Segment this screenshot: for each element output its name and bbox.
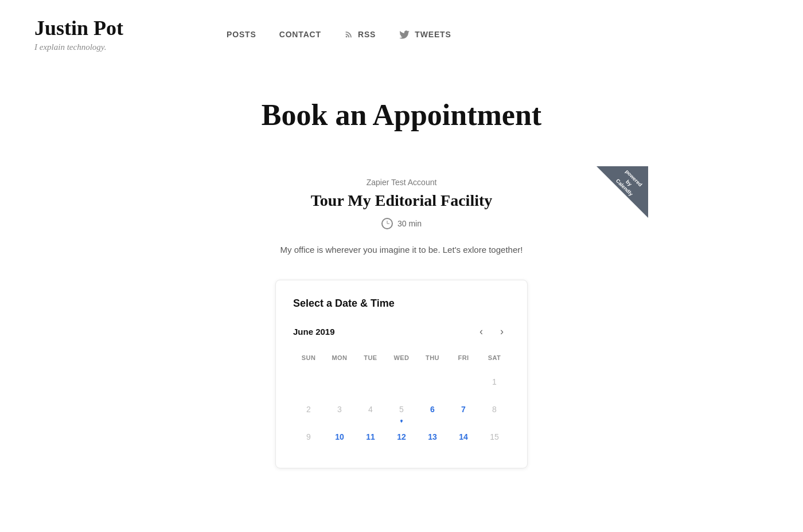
day-header-fri: FRI [448,351,479,368]
cal-day-empty [417,368,448,396]
day-header-mon: MON [324,351,355,368]
calendar-prev-button[interactable]: ‹ [473,323,489,339]
cal-day-2: 2 [293,396,324,423]
brand-tagline: I explain technology. [34,42,123,52]
cal-day-10[interactable]: 10 [324,423,355,451]
calendly-container: poweredbyCalendly Zapier Test Account To… [155,166,648,468]
day-header-sat: SAT [479,351,510,368]
event-host: Zapier Test Account [155,178,648,187]
event-description: My office is wherever you imagine it to … [258,243,545,257]
nav-posts[interactable]: POSTS [227,30,256,39]
day-header-tue: TUE [355,351,386,368]
day-header-sun: SUN [293,351,324,368]
cal-day-1: 1 [479,368,510,396]
twitter-icon [399,29,410,40]
cal-day-empty [293,368,324,396]
main-content: Book an Appointment poweredbyCalendly Za… [143,64,660,491]
nav-rss-label: RSS [358,30,376,39]
cal-day-5: 5 [386,396,417,423]
duration-text: 30 min [397,219,422,228]
nav-contact-label: CONTACT [279,30,321,39]
cal-day-13[interactable]: 13 [417,423,448,451]
calendar-week-3: 9 10 11 12 13 14 15 [293,423,510,451]
calendar-days-header: SUN MON TUE WED THU FRI SAT [293,351,510,368]
cal-day-7[interactable]: 7 [448,396,479,423]
calendar-week-1: 1 [293,368,510,396]
cal-day-empty [386,368,417,396]
rss-icon [344,30,353,39]
nav-posts-label: POSTS [227,30,256,39]
cal-day-4: 4 [355,396,386,423]
cal-day-14[interactable]: 14 [448,423,479,451]
calendar-nav-group: ‹ › [473,323,510,339]
cal-day-empty [448,368,479,396]
cal-day-empty [324,368,355,396]
cal-day-6[interactable]: 6 [417,396,448,423]
event-info: Zapier Test Account Tour My Editorial Fa… [155,166,648,274]
nav-contact[interactable]: CONTACT [279,30,321,39]
calendar-grid: SUN MON TUE WED THU FRI SAT [293,351,510,451]
day-header-thu: THU [417,351,448,368]
cal-day-12[interactable]: 12 [386,423,417,451]
brand: Justin Pot I explain technology. [34,16,123,52]
day-header-wed: WED [386,351,417,368]
clock-icon [381,218,393,229]
calendar-month: June 2019 [293,327,335,337]
event-name: Tour My Editorial Facility [155,191,648,210]
calendar-header: June 2019 ‹ › [293,323,510,339]
calendar-next-button[interactable]: › [494,323,510,339]
cal-day-11[interactable]: 11 [355,423,386,451]
cal-day-15: 15 [479,423,510,451]
main-nav: POSTS CONTACT RSS TWEETS [227,29,451,40]
cal-day-9: 9 [293,423,324,451]
page-title: Book an Appointment [155,98,648,132]
event-duration: 30 min [155,218,648,229]
cal-day-8: 8 [479,396,510,423]
calendar-title: Select a Date & Time [293,298,510,310]
cal-day-3: 3 [324,396,355,423]
nav-tweets[interactable]: TWEETS [399,29,451,40]
cal-day-empty [355,368,386,396]
calendar-widget: Select a Date & Time June 2019 ‹ › SUN M… [275,280,528,468]
nav-tweets-label: TWEETS [415,30,451,39]
brand-name: Justin Pot [34,16,123,40]
header: Justin Pot I explain technology. POSTS C… [0,0,803,64]
calendar-week-2: 2 3 4 5 6 7 8 [293,396,510,423]
nav-rss[interactable]: RSS [344,30,376,39]
powered-badge: poweredbyCalendly [597,166,648,218]
